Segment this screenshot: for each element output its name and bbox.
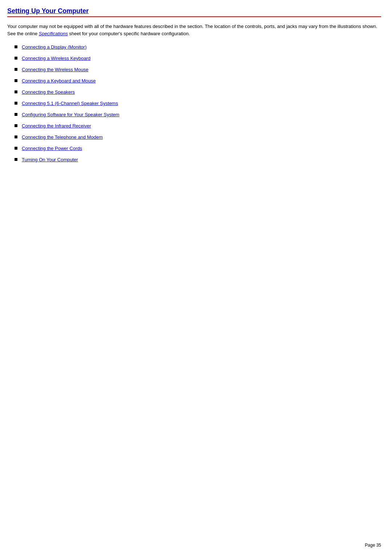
list-item: Connecting a Keyboard and Mouse [15, 78, 381, 84]
list-item: Connecting the Wireless Mouse [15, 67, 381, 72]
toc-link-8[interactable]: Connecting the Telephone and Modem [22, 134, 103, 140]
page-header: Setting Up Your Computer [7, 7, 381, 17]
toc-link-1[interactable]: Connecting a Wireless Keyboard [22, 56, 90, 61]
page-number: Page 35 [365, 543, 381, 548]
toc-link-7[interactable]: Connecting the Infrared Receiver [22, 123, 91, 129]
bullet-icon [15, 113, 17, 116]
list-item: Connecting a Wireless Keyboard [15, 56, 381, 61]
bullet-icon [15, 135, 17, 138]
list-item: Connecting the Infrared Receiver [15, 123, 381, 129]
toc-link-9[interactable]: Connecting the Power Cords [22, 146, 82, 151]
toc-link-3[interactable]: Connecting a Keyboard and Mouse [22, 78, 96, 84]
toc-link-10[interactable]: Turning On Your Computer [22, 157, 78, 162]
list-item: Connecting the Speakers [15, 89, 381, 95]
toc-list: Connecting a Display (Monitor)Connecting… [15, 44, 381, 162]
bullet-icon [15, 45, 17, 48]
bullet-icon [15, 57, 17, 60]
list-item: Configuring Software for Your Speaker Sy… [15, 112, 381, 117]
page-container: Setting Up Your Computer Your computer m… [0, 0, 392, 190]
specifications-link[interactable]: Specifications [39, 31, 68, 36]
bullet-icon [15, 124, 17, 127]
toc-link-0[interactable]: Connecting a Display (Monitor) [22, 44, 86, 50]
list-item: Connecting the Power Cords [15, 146, 381, 151]
toc-link-5[interactable]: Connecting 5.1 (6-Channel) Speaker Syste… [22, 101, 118, 106]
bullet-icon [15, 158, 17, 161]
list-item: Connecting a Display (Monitor) [15, 44, 381, 50]
toc-link-2[interactable]: Connecting the Wireless Mouse [22, 67, 89, 72]
intro-paragraph: Your computer may not be equipped with a… [7, 23, 381, 37]
bullet-icon [15, 102, 17, 105]
page-title: Setting Up Your Computer [7, 7, 381, 15]
intro-text-after: sheet for your computer's specific hardw… [68, 31, 190, 36]
bullet-icon [15, 79, 17, 82]
bullet-icon [15, 68, 17, 71]
toc-link-4[interactable]: Connecting the Speakers [22, 89, 75, 95]
bullet-icon [15, 147, 17, 150]
list-item: Turning On Your Computer [15, 157, 381, 162]
list-item: Connecting 5.1 (6-Channel) Speaker Syste… [15, 101, 381, 106]
bullet-icon [15, 90, 17, 93]
list-item: Connecting the Telephone and Modem [15, 134, 381, 140]
toc-link-6[interactable]: Configuring Software for Your Speaker Sy… [22, 112, 119, 117]
